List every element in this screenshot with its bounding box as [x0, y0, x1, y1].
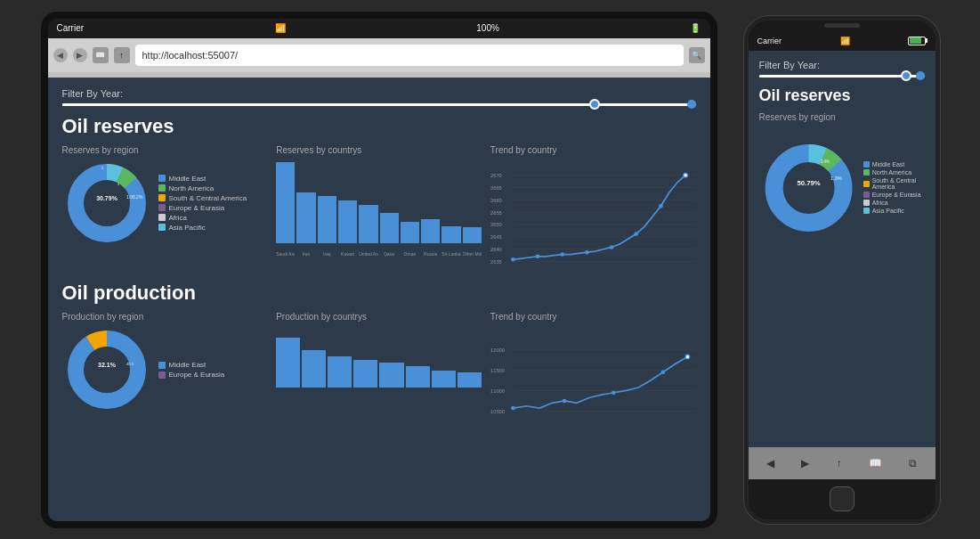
legend-europe: Europe & Eurasia: [158, 204, 247, 212]
reserves-by-country-label: Reserves by countrys: [276, 145, 482, 155]
bookmark-icon[interactable]: 📖: [93, 47, 109, 63]
phone-donut-container: 50.79% 1.3% 3.4% Middle East North Ameri…: [759, 126, 925, 250]
share-icon[interactable]: ↑: [114, 47, 130, 63]
home-button[interactable]: [830, 486, 854, 511]
year-slider[interactable]: [62, 103, 696, 106]
legend-label-south-central: South & Central America: [169, 194, 247, 202]
svg-point-29: [585, 249, 589, 254]
phone-battery-icon: [908, 37, 926, 45]
phone-donut-svg: 50.79% 1.3% 3.4%: [759, 126, 858, 250]
reserves-charts-row: Reserves by region 30.79% 1.08.2% 5: [62, 145, 696, 275]
slider-end: [687, 100, 696, 109]
legend-label-europe: Europe & Eurasia: [169, 204, 225, 212]
production-trend-chart: Trend by country 12000 11500 11000 10500: [490, 312, 696, 437]
prod-bar-8: [458, 372, 482, 388]
phone-status-bar: Carrier 📶: [749, 31, 935, 51]
svg-point-28: [560, 252, 564, 257]
production-by-region-chart: Production by region 32.1% 40.3: [62, 312, 268, 437]
bar-1: [296, 192, 315, 243]
production-trend-svg: 12000 11500 11000 10500: [490, 325, 696, 450]
legend-color-south-central: [158, 194, 166, 201]
production-by-country-chart: Production by countrys: [276, 312, 482, 437]
phone-bookmarks-btn[interactable]: 📖: [869, 457, 882, 470]
legend-color-africa: [158, 214, 166, 221]
legend-south-central: South & Central America: [158, 194, 247, 202]
phone-oil-reserves-title: Oil reserves: [759, 86, 925, 105]
phone-share-btn[interactable]: ↑: [836, 457, 841, 470]
bar-label-2: Iraq: [318, 251, 336, 257]
svg-point-50: [611, 391, 616, 396]
svg-point-26: [511, 257, 515, 261]
svg-point-30: [610, 245, 614, 249]
svg-text:2670: 2670: [490, 173, 502, 178]
svg-text:3.4%: 3.4%: [820, 159, 829, 164]
back-button[interactable]: ◀: [53, 48, 68, 62]
prod-bar-4: [353, 360, 377, 388]
trend-by-country-label: Trend by country: [490, 145, 696, 155]
trend-line-svg: 2670 2665 2660 2655 2650 2645 2640 2635: [490, 159, 696, 289]
bar-label-1: Iran: [296, 251, 315, 257]
phone-legend: Middle East North America South & Centra…: [863, 161, 925, 214]
phone-forward-btn[interactable]: ▶: [801, 457, 809, 470]
legend-color-europe: [158, 204, 166, 211]
prod-bar-7: [432, 371, 456, 388]
svg-text:10500: 10500: [490, 409, 505, 414]
production-charts-row: Production by region 32.1% 40.3: [62, 312, 696, 437]
phone-filter-section: Filter By Year:: [759, 60, 925, 78]
reserves-by-country-chart: Reserves by countrys Saudi ArabiaIranIra…: [276, 145, 482, 275]
production-donut-legend: Middle East Europe & Eurasia: [158, 361, 225, 379]
legend-color-asia-pacific: [158, 224, 166, 231]
bar-7: [421, 219, 440, 243]
trend-by-country-chart: Trend by country 2670 2665 2660 2655 265…: [490, 145, 696, 275]
phone-device: Carrier 📶 Filter By Year: Oil reserves R…: [744, 16, 940, 524]
bar-chart-wrapper: Saudi ArabiaIranIraqKuwaitUnited Arab Em…: [276, 159, 482, 257]
prod-bar-3: [328, 356, 352, 388]
legend-color-north-america: [158, 184, 166, 192]
legend-north-america: North America: [158, 184, 247, 192]
phone-legend-middle-east: Middle East: [863, 161, 925, 167]
prod-bar-2: [302, 350, 326, 388]
phone-year-slider[interactable]: [759, 75, 925, 78]
oil-reserves-title: Oil reserves: [62, 115, 696, 138]
search-icon[interactable]: 🔍: [689, 47, 705, 63]
production-trend-label: Trend by country: [490, 312, 696, 322]
reserves-by-region-chart: Reserves by region 30.79% 1.08.2% 5: [62, 145, 268, 275]
svg-text:1.3%: 1.3%: [830, 176, 842, 181]
legend-middle-east: Middle East: [158, 175, 247, 183]
svg-point-33: [684, 173, 688, 177]
production-section: Oil production Production by region 32.1…: [62, 282, 696, 437]
donut-svg: 30.79% 1.08.2% 5 3: [62, 159, 151, 248]
prod-bar-1: [276, 338, 300, 388]
svg-text:1.08.2%: 1.08.2%: [126, 194, 143, 200]
phone-slider-fill: [759, 75, 908, 78]
bar-label-0: Saudi Arabia: [276, 251, 295, 257]
battery-tip: [926, 38, 927, 43]
bar-8: [441, 226, 460, 243]
bar-label-5: Qatar: [380, 251, 399, 257]
phone-legend-north-america: North America: [863, 169, 925, 176]
svg-text:2635: 2635: [490, 258, 502, 264]
slider-thumb[interactable]: [589, 99, 600, 110]
phone-slider-thumb[interactable]: [901, 70, 911, 81]
bar-4: [359, 205, 377, 243]
svg-point-48: [511, 406, 515, 411]
tablet-status-bar: Carrier 📶 100% 🔋: [48, 19, 710, 38]
svg-text:11500: 11500: [490, 368, 505, 373]
legend-label-asia-pacific: Asia Pacific: [169, 224, 206, 232]
svg-point-52: [685, 355, 690, 359]
svg-point-31: [634, 232, 638, 236]
bar-x-labels: Saudi ArabiaIranIraqKuwaitUnited Arab Em…: [276, 251, 482, 257]
phone-tabs-btn[interactable]: ⧉: [909, 457, 917, 470]
tablet-wifi-icon: 📶: [275, 23, 286, 33]
forward-button[interactable]: ▶: [73, 48, 87, 62]
url-bar[interactable]: http://localhost:55007/: [135, 45, 684, 66]
phone-wifi: 📶: [840, 37, 850, 45]
bar-label-3: Kuwait: [338, 251, 357, 257]
bar-3: [338, 200, 357, 243]
tablet-battery-icon: 🔋: [690, 23, 701, 33]
speaker-grill: [824, 23, 860, 28]
svg-point-27: [536, 254, 540, 258]
svg-text:2645: 2645: [490, 234, 502, 240]
phone-back-btn[interactable]: ◀: [766, 457, 774, 470]
filter-section: Filter By Year:: [62, 88, 696, 106]
